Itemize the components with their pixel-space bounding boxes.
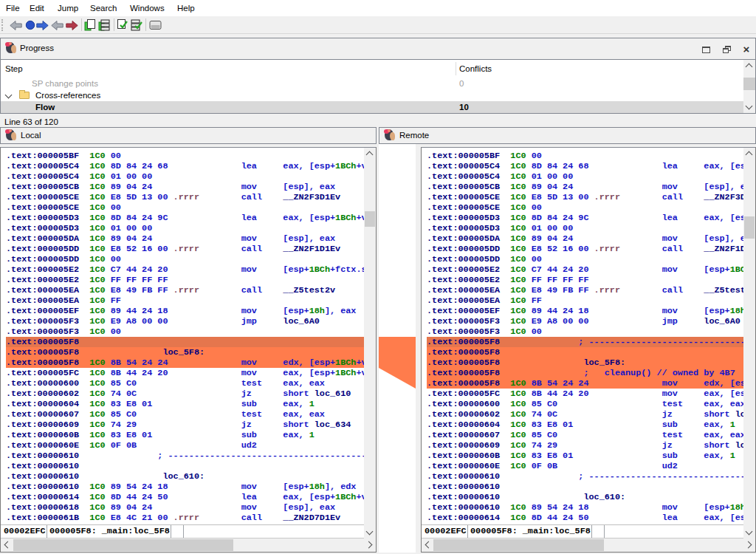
listing-line[interactable]: .text:00000614 1C0 8D 44 24 50 lea eax, … — [427, 513, 743, 523]
listing-line[interactable]: .text:000005F8 — [6, 337, 364, 347]
listing-line[interactable]: .text:000005C4 1C0 01 00 00 — [6, 171, 364, 182]
listing-line[interactable]: .text:00000607 1C0 85 C0 test eax, eax — [427, 430, 743, 440]
listing-line[interactable]: .text:00000602 1C0 74 0C jz short loc_61… — [427, 409, 743, 420]
listing-line[interactable]: .text:000005F8 loc_5F8: — [427, 358, 743, 368]
float-window-button[interactable] — [722, 45, 732, 55]
listing-line[interactable]: .text:000005F3 1C0 00 — [427, 326, 743, 337]
listing-line[interactable]: .text:000005FC 1C0 8B 44 24 20 mov eax, … — [6, 368, 364, 378]
maximize-button[interactable] — [701, 45, 712, 55]
progress-scrollbar[interactable] — [743, 60, 755, 113]
progress-scroll-down-button[interactable] — [743, 101, 755, 113]
listing-line[interactable]: .text:000005D3 1C0 8D 84 24 9C lea eax, … — [6, 213, 364, 223]
listing-line[interactable]: .text:00000609 1C0 74 29 jz short loc_63… — [427, 440, 743, 451]
toolbar-button-nav-next[interactable] — [66, 19, 78, 31]
listing-line[interactable]: .text:0000060E 1C0 0F 0B ud2 — [6, 440, 364, 451]
listing-line[interactable]: .text:000005CE 1C0 00 — [6, 202, 364, 213]
listing-line[interactable]: .text:00000610 1C0 89 54 24 18 mov [esp+… — [6, 482, 364, 492]
listing-line[interactable]: .text:00000607 1C0 85 C0 test eax, eax — [6, 409, 364, 420]
listing-line[interactable]: .text:000005CB 1C0 89 04 24 mov [esp], e… — [6, 182, 364, 192]
listing-line[interactable]: .text:00000610 — [427, 482, 743, 492]
listing-line[interactable]: .text:000005CB 1C0 89 04 24 mov [esp], e… — [427, 182, 743, 192]
listing-line[interactable]: .text:00000610 ; -----------------------… — [427, 471, 743, 482]
remote-vscroll-up-button[interactable] — [743, 148, 755, 160]
listing-line[interactable]: .text:000005CE 1C0 00 — [427, 202, 743, 213]
listing-line[interactable]: .text:000005F8 1C0 8B 54 24 24 mov edx, … — [6, 358, 364, 368]
listing-line[interactable]: .text:00000610 — [6, 461, 364, 471]
listing-line[interactable]: .text:00000610 loc_610: — [427, 492, 743, 502]
progress-scroll-thumb[interactable] — [743, 78, 755, 90]
toolbar-button-window-check[interactable] — [117, 19, 129, 31]
toolbar-button-open-window[interactable] — [84, 19, 97, 31]
listing-line[interactable]: .text:000005CE 1C0 E8 5D 13 00 .rrrr cal… — [6, 192, 364, 202]
remote-vscroll-down-button[interactable] — [743, 527, 755, 538]
toolbar-button-screen[interactable] — [149, 19, 162, 31]
toolbar-button-jump-back-disabled[interactable] — [10, 19, 22, 31]
local-hscrollbar[interactable] — [1, 538, 376, 552]
menu-item-file[interactable]: File — [6, 0, 20, 16]
close-button[interactable]: × — [741, 44, 752, 55]
listing-line[interactable]: .text:000005F8 ; -----------------------… — [427, 337, 743, 347]
listing-line[interactable]: .text:00000600 1C0 85 C0 test eax, eax — [6, 378, 364, 389]
toolbar-button-jump-forward[interactable] — [36, 19, 49, 31]
listing-line[interactable]: .text:000005CE 1C0 E8 5D 13 00 .rrrr cal… — [427, 192, 743, 202]
remote-listing[interactable]: .text:000005BF 1C0 00.text:000005C4 1C0 … — [421, 147, 756, 553]
tree-row-flow[interactable]: Flow 10 — [1, 101, 743, 113]
remote-hscroll-right-button[interactable] — [743, 539, 755, 551]
toolbar-button-list-sync[interactable] — [131, 19, 143, 31]
menu-item-edit[interactable]: Edit — [30, 0, 44, 16]
listing-line[interactable]: .text:0000060B 1C0 83 E8 01 sub eax, 1 — [6, 430, 364, 440]
listing-line[interactable]: .text:000005C4 1C0 8D 84 24 68 lea eax, … — [6, 161, 364, 171]
local-vscroll-thumb[interactable] — [365, 211, 375, 227]
local-vscrollbar[interactable] — [364, 148, 376, 538]
listing-line[interactable]: .text:000005F3 1C0 E9 A8 00 00 jmp loc_6… — [6, 316, 364, 326]
listing-line[interactable]: .text:000005DA 1C0 89 04 24 mov [esp], e… — [6, 233, 364, 244]
local-hscroll-left-button[interactable] — [1, 539, 13, 551]
listing-line[interactable]: .text:000005EA 1C0 E8 49 FB FF .rrrr cal… — [6, 285, 364, 295]
toolbar-button-open-list[interactable] — [98, 19, 111, 31]
listing-line[interactable]: .text:000005EA 1C0 FF — [427, 295, 743, 306]
progress-scroll-up-button[interactable] — [743, 60, 755, 72]
toolbar-button-nav-prev-disabled[interactable] — [51, 19, 63, 31]
listing-line[interactable]: .text:000005D3 1C0 01 00 00 — [6, 223, 364, 233]
listing-line[interactable]: .text:00000610 ; -----------------------… — [6, 451, 364, 461]
listing-line[interactable]: .text:000005C4 1C0 01 00 00 — [427, 171, 743, 182]
local-hscroll-right-button[interactable] — [364, 539, 376, 551]
listing-line[interactable]: .text:000005BF 1C0 00 — [6, 151, 364, 161]
listing-line[interactable]: .text:000005D3 1C0 8D 84 24 9C lea eax, … — [427, 213, 743, 223]
listing-line[interactable]: .text:000005DD 1C0 E8 52 16 00 .rrrr cal… — [427, 244, 743, 254]
remote-hscrollbar[interactable] — [422, 538, 755, 552]
listing-line[interactable]: .text:00000610 loc_610: — [6, 471, 364, 482]
local-listing[interactable]: .text:000005BF 1C0 00.text:000005C4 1C0 … — [0, 147, 377, 553]
listing-line[interactable]: .text:000005F8 — [427, 347, 743, 358]
menu-item-help[interactable]: Help — [177, 0, 195, 16]
local-vscroll-up-button[interactable] — [364, 148, 376, 160]
listing-line[interactable]: .text:0000060E 1C0 0F 0B ud2 — [427, 461, 743, 471]
listing-line[interactable]: .text:000005E2 1C0 C7 44 24 20 mov [esp+… — [427, 264, 743, 275]
local-vscroll-down-button[interactable] — [364, 527, 376, 538]
remote-hscroll-left-button[interactable] — [422, 539, 433, 551]
listing-line[interactable]: .text:000005EA 1C0 E8 49 FB FF .rrrr cal… — [427, 285, 743, 295]
listing-line[interactable]: .text:000005FC 1C0 8B 44 24 20 mov eax, … — [427, 389, 743, 399]
listing-line[interactable]: .text:00000600 1C0 85 C0 test eax, eax — [427, 399, 743, 409]
listing-line[interactable]: .text:000005DD 1C0 E8 52 16 00 .rrrr cal… — [6, 244, 364, 254]
menu-item-windows[interactable]: Windows — [130, 0, 165, 16]
listing-line[interactable]: .text:000005EF 1C0 89 44 24 18 mov [esp+… — [427, 306, 743, 316]
listing-line[interactable]: .text:000005DD 1C0 00 — [6, 254, 364, 264]
listing-line[interactable]: .text:000005F8 1C0 8B 54 24 24 mov edx, … — [427, 378, 743, 389]
local-listing-rows[interactable]: .text:000005BF 1C0 00.text:000005C4 1C0 … — [1, 148, 364, 524]
chevron-down-icon[interactable] — [5, 92, 13, 99]
listing-line[interactable]: .text:000005F3 1C0 00 — [6, 326, 364, 337]
remote-vscrollbar[interactable] — [743, 148, 755, 538]
listing-line[interactable]: .text:000005C4 1C0 8D 84 24 68 lea eax, … — [427, 161, 743, 171]
listing-line[interactable]: .text:0000060B 1C0 83 E8 01 sub eax, 1 — [427, 451, 743, 461]
listing-line[interactable]: .text:000005F3 1C0 E9 A8 00 00 jmp loc_6… — [427, 316, 743, 326]
listing-line[interactable]: .text:000005DD 1C0 00 — [427, 254, 743, 264]
listing-line[interactable]: .text:0000061B 1C0 E8 4C 21 00 .rrrr cal… — [6, 513, 364, 523]
listing-line[interactable]: .text:00000609 1C0 74 29 jz short loc_63… — [6, 420, 364, 430]
listing-line[interactable]: .text:000005EA 1C0 FF — [6, 295, 364, 306]
menu-item-jump[interactable]: Jump — [58, 0, 78, 16]
listing-line[interactable]: .text:000005BF 1C0 00 — [427, 151, 743, 161]
column-header-conflicts[interactable]: Conflicts — [459, 63, 492, 75]
local-hscroll-thumb[interactable] — [13, 539, 233, 551]
listing-line[interactable]: .text:000005EF 1C0 89 44 24 18 mov [esp+… — [6, 306, 364, 316]
